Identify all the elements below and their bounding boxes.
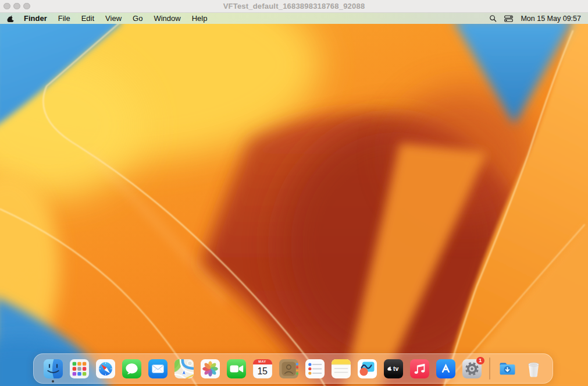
dock-item-contacts[interactable] — [279, 359, 298, 378]
photos-icon — [201, 359, 220, 378]
menu-item-help[interactable]: Help — [190, 14, 209, 23]
menu-bar: Finder File Edit View Go Window Help Mon… — [0, 13, 588, 24]
tv-icon: tv — [384, 359, 403, 378]
tv-label: tv — [393, 365, 399, 372]
maps-icon — [174, 359, 194, 378]
dock-item-mail[interactable] — [148, 359, 168, 378]
dock-item-safari[interactable] — [96, 359, 115, 378]
dock-item-system-settings[interactable]: 1 — [462, 359, 482, 378]
trash-icon — [524, 359, 543, 378]
music-icon — [410, 359, 429, 378]
dock-item-music[interactable] — [410, 359, 429, 378]
launchpad-icon — [70, 359, 89, 378]
menu-bar-left: Finder File Edit View Go Window Help — [6, 14, 216, 23]
contacts-icon — [279, 359, 298, 378]
ventura-wallpaper — [0, 24, 588, 386]
desktop: MAY 15 — [0, 24, 588, 386]
menu-bar-status: Mon 15 May 09:57 — [489, 15, 582, 23]
control-center-icon[interactable] — [504, 15, 513, 22]
finder-icon — [44, 359, 63, 378]
menu-item-finder[interactable]: Finder — [22, 14, 49, 23]
dock-item-tv[interactable]: tv — [384, 359, 403, 378]
search-icon[interactable] — [489, 15, 497, 22]
dock-item-downloads[interactable] — [498, 359, 517, 378]
dock-item-notes[interactable] — [332, 359, 351, 378]
menu-item-view[interactable]: View — [104, 14, 123, 23]
dock-item-appstore[interactable] — [436, 359, 455, 378]
menu-item-file[interactable]: File — [56, 14, 72, 23]
freeform-icon — [358, 359, 377, 378]
vm-screen: VFTest_default_1683898318768_92088 Finde… — [0, 0, 588, 386]
notes-icon — [332, 359, 351, 378]
apple-logo-icon — [387, 366, 392, 371]
window-titlebar: VFTest_default_1683898318768_92088 — [0, 0, 588, 13]
traffic-lights — [3, 0, 30, 12]
calendar-day-label: 15 — [253, 364, 272, 378]
facetime-icon — [227, 359, 246, 378]
running-indicator-dot — [52, 380, 54, 383]
minimize-window-button[interactable] — [13, 3, 20, 10]
calendar-month-label: MAY — [253, 359, 272, 365]
menu-item-window[interactable]: Window — [152, 14, 182, 23]
reminders-icon — [305, 359, 325, 378]
dock-item-maps[interactable] — [174, 359, 194, 378]
menu-bar-clock[interactable]: Mon 15 May 09:57 — [521, 15, 582, 23]
safari-icon — [96, 359, 115, 378]
dock-item-trash[interactable] — [524, 359, 543, 378]
window-title: VFTest_default_1683898318768_92088 — [0, 2, 588, 10]
close-window-button[interactable] — [3, 3, 10, 10]
dock-item-reminders[interactable] — [305, 359, 325, 378]
messages-icon — [122, 359, 141, 378]
menu-item-go[interactable]: Go — [131, 14, 144, 23]
zoom-window-button[interactable] — [23, 3, 30, 10]
dock-item-finder[interactable] — [44, 359, 63, 378]
dock-item-calendar[interactable]: MAY 15 — [253, 359, 272, 378]
calendar-icon: MAY 15 — [253, 359, 272, 378]
downloads-folder-icon — [498, 359, 517, 378]
notification-badge: 1 — [476, 357, 484, 365]
dock-item-messages[interactable] — [122, 359, 141, 378]
menu-item-edit[interactable]: Edit — [80, 14, 96, 23]
dock-item-launchpad[interactable] — [70, 359, 89, 378]
dock: MAY 15 — [33, 353, 553, 384]
dock-item-photos[interactable] — [201, 359, 220, 378]
dock-item-facetime[interactable] — [227, 359, 246, 378]
apple-menu-icon[interactable] — [7, 15, 14, 23]
app-store-icon — [436, 359, 455, 378]
mail-icon — [148, 359, 168, 378]
dock-item-freeform[interactable] — [358, 359, 377, 378]
dock-separator — [489, 357, 490, 380]
